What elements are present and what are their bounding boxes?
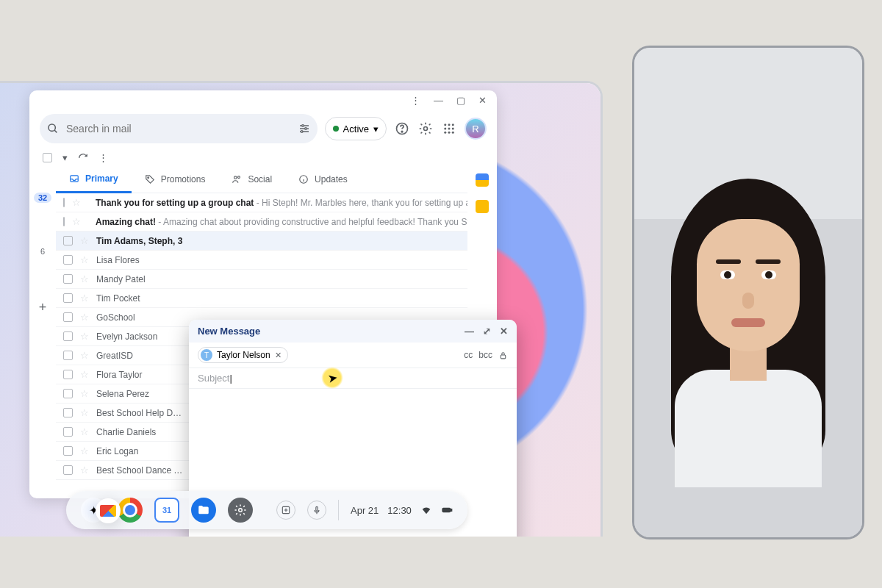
star-icon[interactable]: ☆: [72, 197, 81, 208]
status-chip[interactable]: Active ▾: [325, 117, 387, 140]
files-app-icon[interactable]: [191, 498, 216, 523]
star-icon[interactable]: ☆: [80, 369, 89, 380]
gmail-toolbar: Active ▾ R: [29, 108, 497, 149]
svg-rect-38: [451, 509, 451, 512]
row-checkbox[interactable]: [63, 351, 73, 360]
svg-point-11: [444, 123, 446, 126]
tab-promotions[interactable]: Promotions: [132, 166, 219, 193]
email-row[interactable]: ☆Tim Adams, Steph, 3: [56, 232, 467, 251]
svg-point-7: [301, 131, 303, 133]
email-row[interactable]: ☆Tim Pocket: [56, 289, 467, 308]
gmail-app-icon[interactable]: [96, 498, 121, 523]
help-icon[interactable]: [394, 121, 410, 137]
svg-point-18: [448, 132, 451, 134]
svg-point-23: [238, 176, 240, 179]
search-bar[interactable]: [40, 114, 318, 143]
row-checkbox[interactable]: [63, 465, 73, 475]
tab-updates[interactable]: Updates: [285, 166, 361, 193]
taskbar-time[interactable]: 12:30: [387, 505, 412, 516]
mouse-pointer-icon: ➤: [326, 370, 338, 386]
taskbar-date[interactable]: Apr 21: [351, 505, 379, 516]
star-icon[interactable]: ☆: [80, 312, 89, 323]
select-dropdown-icon[interactable]: ▾: [62, 152, 68, 163]
row-checkbox[interactable]: [63, 389, 73, 398]
svg-point-0: [49, 124, 55, 131]
row-checkbox[interactable]: [63, 312, 73, 322]
subject-row[interactable]: Subject| ➤: [189, 368, 517, 389]
screen-capture-icon[interactable]: [276, 501, 295, 520]
settings-icon[interactable]: [417, 121, 434, 137]
select-all-checkbox[interactable]: [43, 153, 52, 162]
unread-count: 6: [40, 247, 45, 256]
chrome-icon[interactable]: [118, 498, 143, 523]
remove-recipient-icon[interactable]: ✕: [275, 351, 282, 360]
email-sender: GreatISD: [96, 351, 184, 361]
keep-addon-icon[interactable]: [476, 200, 489, 213]
battery-icon[interactable]: [441, 504, 453, 516]
compose-minimize-icon[interactable]: —: [465, 326, 474, 337]
star-icon[interactable]: ☆: [80, 445, 89, 456]
row-checkbox[interactable]: [63, 446, 73, 456]
compose-fullscreen-icon[interactable]: ⤢: [483, 326, 491, 337]
window-close-icon[interactable]: ✕: [478, 95, 487, 108]
window-minimize-icon[interactable]: —: [434, 95, 443, 108]
bcc-button[interactable]: bcc: [478, 350, 492, 360]
expand-labels-icon[interactable]: +: [39, 300, 47, 315]
lock-icon[interactable]: [498, 351, 508, 360]
more-actions-icon[interactable]: ⋮: [98, 152, 108, 163]
row-checkbox[interactable]: [63, 331, 73, 341]
row-checkbox[interactable]: [63, 236, 73, 245]
calendar-app-icon[interactable]: 31: [154, 498, 179, 523]
search-options-icon[interactable]: [298, 123, 310, 135]
row-checkbox[interactable]: [63, 274, 73, 284]
star-icon[interactable]: ☆: [80, 331, 89, 342]
row-checkbox[interactable]: [63, 198, 65, 207]
refresh-icon[interactable]: [78, 153, 88, 163]
svg-point-16: [452, 128, 454, 130]
tab-social[interactable]: Social: [218, 166, 285, 193]
recipient-chip[interactable]: T Taylor Nelson ✕: [198, 347, 288, 363]
star-icon[interactable]: ☆: [72, 216, 81, 227]
row-checkbox[interactable]: [63, 408, 73, 417]
email-row[interactable]: ☆Lisa Flores: [56, 251, 467, 270]
svg-rect-36: [316, 506, 318, 511]
star-icon[interactable]: ☆: [80, 273, 89, 284]
svg-point-5: [304, 128, 306, 130]
recipient-name: Taylor Nelson: [217, 350, 270, 360]
row-checkbox[interactable]: [63, 217, 65, 226]
row-checkbox[interactable]: [63, 427, 73, 437]
window-more-icon[interactable]: ⋮: [411, 95, 420, 108]
compose-close-icon[interactable]: ✕: [500, 326, 508, 337]
star-icon[interactable]: ☆: [80, 465, 89, 476]
row-checkbox[interactable]: [63, 370, 73, 379]
wifi-icon[interactable]: [420, 504, 432, 516]
star-icon[interactable]: ☆: [80, 235, 89, 246]
calendar-addon-icon[interactable]: [476, 173, 489, 187]
window-maximize-icon[interactable]: ▢: [456, 95, 465, 108]
apps-grid-icon[interactable]: [441, 121, 457, 137]
list-controls: ▾ ⋮: [29, 149, 497, 166]
account-avatar[interactable]: R: [465, 118, 487, 140]
star-icon[interactable]: ☆: [80, 407, 89, 418]
settings-app-icon[interactable]: [228, 498, 253, 523]
tab-primary[interactable]: Primary: [56, 166, 132, 193]
star-icon[interactable]: ☆: [80, 293, 89, 304]
compose-title: New Message: [198, 326, 260, 337]
row-checkbox[interactable]: [63, 293, 73, 303]
status-label: Active: [343, 123, 369, 135]
star-icon[interactable]: ☆: [80, 350, 89, 361]
recipients-row[interactable]: T Taylor Nelson ✕ cc bcc: [189, 343, 517, 368]
email-row[interactable]: ☆Jack MarblesThank you for setting up a …: [56, 193, 467, 212]
left-gutter: 32 6 +: [29, 166, 56, 498]
star-icon[interactable]: ☆: [80, 426, 89, 437]
star-icon[interactable]: ☆: [80, 254, 89, 265]
row-checkbox[interactable]: [63, 255, 73, 265]
svg-point-3: [301, 125, 304, 127]
email-row[interactable]: ☆Anna PritchardAmazing chat! - Amazing c…: [56, 212, 467, 232]
star-icon[interactable]: ☆: [80, 388, 89, 399]
email-row[interactable]: ☆Mandy Patel: [56, 270, 467, 289]
svg-point-21: [147, 177, 148, 179]
search-input[interactable]: [66, 123, 291, 135]
dictation-icon[interactable]: [307, 501, 326, 520]
cc-button[interactable]: cc: [464, 350, 473, 360]
